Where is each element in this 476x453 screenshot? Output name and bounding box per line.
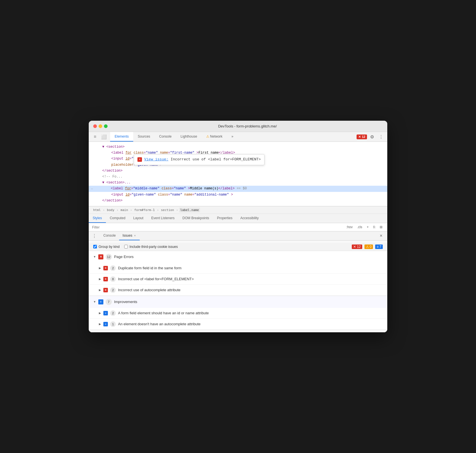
copy-style-button[interactable]: ⎘ [372, 224, 377, 230]
main-tabs: Elements Sources Console Lighthouse ⚠ Ne… [110, 132, 238, 142]
issue-count-5: 1 [110, 321, 116, 327]
issue-chevron-4: ▶ [99, 311, 101, 315]
error-badge-count: ✕ 12 [352, 245, 362, 249]
filter-input-wrap [92, 225, 345, 230]
cls-button[interactable]: .cls [356, 224, 364, 230]
improvements-label: Improvements [114, 300, 137, 304]
cursor-icon[interactable]: ⌗ [91, 133, 99, 141]
tab-network[interactable]: ⚠ Network [202, 132, 227, 142]
tab-event-listeners[interactable]: Event Listeners [147, 214, 179, 223]
window-title: DevTools - form-problems.glitch.me/ [112, 124, 383, 128]
top-tab-bar: ⌗ ⬜ Elements Sources Console Lighthouse … [89, 132, 387, 142]
tab-accessibility[interactable]: Accessibility [236, 214, 263, 223]
traffic-lights [93, 124, 108, 128]
issue-label-4: A form field element should have an id o… [118, 311, 209, 315]
layout-button[interactable]: ⊞ [378, 224, 384, 230]
filter-input[interactable] [92, 225, 345, 229]
issue-duplicate-id[interactable]: ▶ ✕ 2 Duplicate form field id in the sam… [89, 263, 387, 274]
third-party-label[interactable]: Include third-party cookie issues [124, 245, 178, 249]
improvements-count: 7 [106, 299, 112, 305]
improvements-header[interactable]: ▼ ≡ 7 Improvements [89, 296, 387, 308]
tab-computed[interactable]: Computed [106, 214, 129, 223]
close-button[interactable] [93, 124, 97, 128]
maximize-button[interactable] [104, 124, 108, 128]
error-badge[interactable]: ✕ 12 [357, 134, 367, 139]
bc-html[interactable]: html [92, 208, 102, 212]
issue-label-for[interactable]: ▶ ✕ 8 Incorrect use of <label for=FORM_E… [89, 274, 387, 285]
issue-label-1: Duplicate form field id in the same form [118, 266, 181, 270]
issue-chevron-2: ▶ [99, 277, 101, 281]
devtools-panel: ⌗ ⬜ Elements Sources Console Lighthouse … [89, 132, 387, 332]
source-line-7[interactable]: ▼ <section>... [89, 180, 387, 186]
styles-tab-bar: Styles Computed Layout Event Listeners D… [89, 214, 387, 223]
issue-icon-2: ✕ [103, 277, 108, 281]
source-text-6: <!-- Fo... [102, 174, 123, 180]
group-by-kind-checkbox[interactable] [93, 245, 97, 248]
third-party-text: Include third-party cookie issues [130, 245, 178, 249]
device-icon[interactable]: ⬜ [100, 133, 108, 141]
source-line-6[interactable]: <!-- Fo... [89, 174, 387, 180]
minimize-button[interactable] [99, 124, 102, 128]
tab-console-bottom[interactable]: Console [100, 232, 119, 240]
error-x-icon: ✕ [358, 135, 361, 139]
issue-autocomplete[interactable]: ▶ ✕ 2 Incorrect use of autocomplete attr… [89, 285, 387, 296]
tab-sources[interactable]: Sources [133, 132, 155, 142]
html-source-panel: ▼ <section> <label for class="name" name… [89, 142, 387, 206]
toolbar-right: ✕ 12 ⚙ ⋮ [357, 132, 385, 142]
error-x: ✕ [353, 245, 356, 249]
issue-icon-4: ≡ [103, 311, 108, 315]
tab-styles[interactable]: Styles [89, 214, 106, 223]
improvements-chevron: ▼ [93, 300, 96, 303]
bottom-panel: ⋮ Console Issues × × [89, 231, 387, 332]
bc-label[interactable]: label.name [179, 208, 200, 212]
tab-elements[interactable]: Elements [110, 132, 133, 142]
source-text-5: </section> [102, 168, 123, 174]
third-party-checkbox[interactable] [124, 245, 128, 248]
bc-main[interactable]: main [119, 208, 129, 212]
issue-no-autocomplete[interactable]: ▶ ≡ 1 An element doesn't have an autocom… [89, 319, 387, 330]
source-text-9: <input id="given-name" class="name" name… [111, 192, 233, 198]
source-line-1[interactable]: ▼ <section> [89, 144, 387, 150]
title-bar: DevTools - form-problems.glitch.me/ [89, 121, 387, 132]
tab-console-label: Console [103, 234, 116, 237]
tab-more[interactable]: » [227, 132, 238, 142]
source-text-10: </section> [102, 198, 123, 203]
bc-section[interactable]: section [160, 208, 175, 212]
page-errors-count: 12 [106, 254, 112, 260]
source-line-9[interactable]: <input id="given-name" class="name" name… [89, 192, 387, 198]
issue-id-name[interactable]: ▶ ≡ 2 A form field element should have a… [89, 308, 387, 319]
tab-layout[interactable]: Layout [129, 214, 147, 223]
issue-count-2: 8 [110, 276, 116, 282]
add-style-button[interactable]: + [365, 224, 370, 230]
settings-button[interactable]: ⚙ [368, 133, 376, 141]
issue-icon-5: ≡ [103, 322, 108, 326]
page-errors-group: ▼ ✕ 12 Page Errors ▶ ✕ 2 Duplicate form … [89, 251, 387, 296]
source-text-1: ▼ <section> [102, 144, 124, 150]
tooltip-message: Incorrect use of <label for=FORM_ELEMENT… [171, 157, 261, 163]
source-line-8[interactable]: … <label for="middle-name" class="name" … [89, 186, 387, 192]
toolbar-left: ⌗ ⬜ [91, 132, 108, 142]
bottom-dot-menu[interactable]: ⋮ [91, 233, 98, 239]
page-errors-header[interactable]: ▼ ✕ 12 Page Errors [89, 251, 387, 263]
tab-issues-bottom[interactable]: Issues × [119, 232, 140, 240]
tab-properties[interactable]: Properties [213, 214, 237, 223]
hov-button[interactable]: :hov [345, 224, 354, 230]
bc-form[interactable]: form#form-1 [133, 208, 156, 212]
tab-console[interactable]: Console [155, 132, 176, 142]
warn-count: 0 [370, 245, 372, 249]
tab-dom-breakpoints[interactable]: DOM Breakpoints [179, 214, 213, 223]
source-line-10[interactable]: </section> [89, 198, 387, 204]
source-dots-8: … [91, 186, 93, 191]
source-line-5[interactable]: </section> [89, 168, 387, 174]
page-errors-icon: ✕ [98, 254, 103, 259]
bottom-tab-bar: ⋮ Console Issues × × [89, 232, 387, 241]
bc-body[interactable]: body [106, 208, 116, 212]
group-by-kind-label[interactable]: Group by kind [93, 245, 120, 249]
bottom-tab-bar-left: ⋮ [91, 232, 98, 240]
tab-issues-close[interactable]: × [134, 234, 136, 237]
more-button[interactable]: ⋮ [377, 133, 385, 141]
info-badge-count: ≡ 7 [375, 245, 383, 249]
close-bottom-panel-button[interactable]: × [377, 232, 385, 240]
tab-lighthouse[interactable]: Lighthouse [176, 132, 202, 142]
tooltip-view-issue-link[interactable]: View issue: [144, 157, 168, 163]
